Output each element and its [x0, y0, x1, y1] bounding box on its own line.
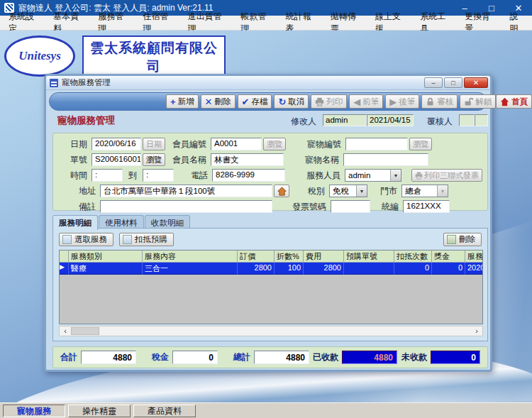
- cancel-button[interactable]: ↻ 取消: [274, 94, 309, 109]
- horizontal-scrollbar[interactable]: ‹ ›: [59, 326, 483, 336]
- scrollbar-thumb[interactable]: [71, 327, 99, 335]
- pet-no-field[interactable]: [345, 138, 408, 150]
- cell-prepaid-no[interactable]: [344, 263, 394, 275]
- time-from-field[interactable]: :: [92, 169, 123, 182]
- menubar: 系統設定 基本資料 服務管理 住宿管理 進出貨管理 帳款管理 統計報表 拋轉傳票…: [0, 16, 532, 31]
- subtotal-label: 合計: [60, 351, 77, 363]
- col-deduct-times[interactable]: 扣抵次數: [394, 251, 432, 263]
- audit-button: 審核: [421, 94, 458, 109]
- col-discount[interactable]: 折數%: [275, 251, 304, 263]
- tax-id-label: 統編: [382, 201, 399, 213]
- cell-list-price[interactable]: 2800: [238, 263, 275, 275]
- chevron-down-icon[interactable]: ▼: [390, 170, 401, 181]
- dialog-titlebar[interactable]: 寵物服務管理 – □ ✕: [46, 76, 490, 90]
- taskbar-pet-service[interactable]: 寵物服務: [3, 405, 65, 417]
- cell-service-desc[interactable]: 三合一: [143, 263, 238, 275]
- unlock-button: 解鎖: [460, 94, 496, 109]
- modifier-label: 修改人: [291, 116, 316, 128]
- received-value: 4880: [342, 351, 397, 364]
- new-button[interactable]: + 新增: [166, 94, 199, 109]
- home-icon: [500, 97, 509, 106]
- scroll-right-icon[interactable]: ›: [471, 326, 482, 336]
- dialog-close-button[interactable]: ✕: [464, 77, 488, 88]
- row-marker-icon: ▶: [60, 263, 69, 275]
- form-panel: 日期 2020/06/16 日期 會員編號 A0001 瀏覽 寵物編號 瀏覽 單…: [52, 133, 488, 211]
- phone-field[interactable]: 8286-9999: [212, 169, 285, 182]
- member-no-field[interactable]: A0001: [211, 138, 262, 150]
- reviewed-date: [475, 114, 488, 126]
- grid-header-row: 服務類別 服務內容 訂價 折數% 費用 預購單號 扣抵次數 獎金 服務日期: [60, 251, 482, 263]
- delete-row-icon: [447, 235, 456, 244]
- tax-id-field[interactable]: 1621XXX: [403, 200, 450, 213]
- dialog-icon: [50, 79, 58, 87]
- logo-oval: Unitesys: [4, 35, 75, 77]
- tab-service-detail[interactable]: 服務明細: [52, 215, 98, 230]
- staff-select[interactable]: admin ▼: [345, 169, 401, 182]
- cell-deduct-times[interactable]: 0: [394, 263, 432, 275]
- order-no-label: 單號: [70, 154, 87, 166]
- cell-bonus[interactable]: 0: [432, 263, 465, 275]
- pet-name-field[interactable]: [343, 153, 428, 166]
- delete-button[interactable]: ✕ 刪除: [201, 94, 235, 109]
- col-fee[interactable]: 費用: [304, 251, 344, 263]
- taskbar-product-data[interactable]: 產品資料: [133, 405, 196, 417]
- cross-icon: ✕: [205, 97, 213, 106]
- print-invoice-button: 列印三聯式發票: [411, 169, 482, 182]
- member-name-label: 會員名稱: [172, 154, 206, 166]
- total-label: 總計: [233, 351, 250, 363]
- scroll-left-icon[interactable]: ‹: [60, 326, 71, 336]
- app-icon: [4, 3, 14, 13]
- taskbar-operation-wizard[interactable]: 操作精靈: [68, 405, 131, 417]
- next-icon: ▶: [389, 97, 397, 106]
- date-label: 日期: [70, 138, 87, 150]
- cell-discount[interactable]: 100: [275, 263, 304, 275]
- table-row[interactable]: ▶ 醫療 三合一 2800 100 2800 0 0 2020/06/1: [60, 263, 482, 275]
- previous-icon: ◀: [353, 97, 360, 106]
- plus-icon: +: [170, 97, 176, 106]
- previous-record-button: ◀ 前筆: [349, 94, 383, 109]
- col-service-desc[interactable]: 服務內容: [143, 251, 238, 263]
- cell-fee[interactable]: 2800: [304, 263, 344, 275]
- col-list-price[interactable]: 訂價: [238, 251, 275, 263]
- totals-bar: 合計 4880 稅金 0 總計 4880 已收款 4880 未收款 0: [52, 346, 488, 368]
- order-browse-button[interactable]: 瀏覽: [143, 153, 165, 166]
- deduct-prepaid-button[interactable]: 扣抵預購: [119, 233, 174, 246]
- service-grid: 服務類別 服務內容 訂價 折數% 費用 預購單號 扣抵次數 獎金 服務日期 ▶ …: [59, 250, 483, 324]
- note-label: 備註: [79, 201, 96, 213]
- cell-service-date[interactable]: 2020/06/1: [465, 263, 483, 275]
- col-service-type[interactable]: 服務類別: [69, 251, 143, 263]
- home-button[interactable]: 首頁: [496, 94, 532, 109]
- page-title: 寵物服務管理: [57, 114, 115, 127]
- invoice-no-field[interactable]: [331, 200, 370, 213]
- member-browse-button: 瀏覽: [263, 138, 286, 150]
- time-to-field[interactable]: :: [143, 169, 174, 182]
- address-field[interactable]: 台北市萬華區中華路１段100號: [100, 185, 272, 197]
- date-field[interactable]: 2020/06/16: [92, 138, 141, 150]
- staff-label: 服務人員: [306, 170, 340, 182]
- chevron-down-icon: ▼: [437, 185, 448, 197]
- dialog-minimize-button[interactable]: –: [424, 77, 443, 88]
- order-no-field[interactable]: S200616001: [92, 153, 141, 166]
- undo-icon: ↻: [278, 97, 286, 106]
- pet-browse-button: 瀏覽: [409, 138, 432, 150]
- lock-icon: [426, 97, 435, 106]
- dialog-restore-button[interactable]: □: [444, 77, 462, 88]
- deduct-prepaid-icon: [123, 235, 132, 244]
- col-prepaid-no[interactable]: 預購單號: [344, 251, 394, 263]
- member-name-field[interactable]: 林書文: [211, 153, 284, 166]
- pet-name-label: 寵物名稱: [305, 154, 339, 166]
- address-label: 地址: [79, 185, 96, 197]
- tax-type-select[interactable]: 免稅 ▼: [329, 185, 367, 197]
- col-service-date[interactable]: 服務日期: [465, 251, 483, 263]
- col-bonus[interactable]: 獎金: [432, 251, 465, 263]
- chevron-down-icon[interactable]: ▼: [356, 185, 367, 197]
- service-detail-panel: 選取服務 扣抵預購 刪除 服務類別 服務內容 訂價 折數% 費用 預購單號: [52, 228, 488, 341]
- delete-row-button[interactable]: 刪除: [443, 233, 482, 246]
- cell-service-type[interactable]: 醫療: [69, 263, 143, 275]
- save-button[interactable]: ✔ 存檔: [238, 94, 272, 109]
- time-label: 時間: [70, 170, 87, 182]
- select-service-button[interactable]: 選取服務: [59, 233, 113, 246]
- address-map-button[interactable]: [274, 185, 289, 197]
- unlock-icon: [464, 97, 473, 106]
- note-field[interactable]: [100, 200, 272, 213]
